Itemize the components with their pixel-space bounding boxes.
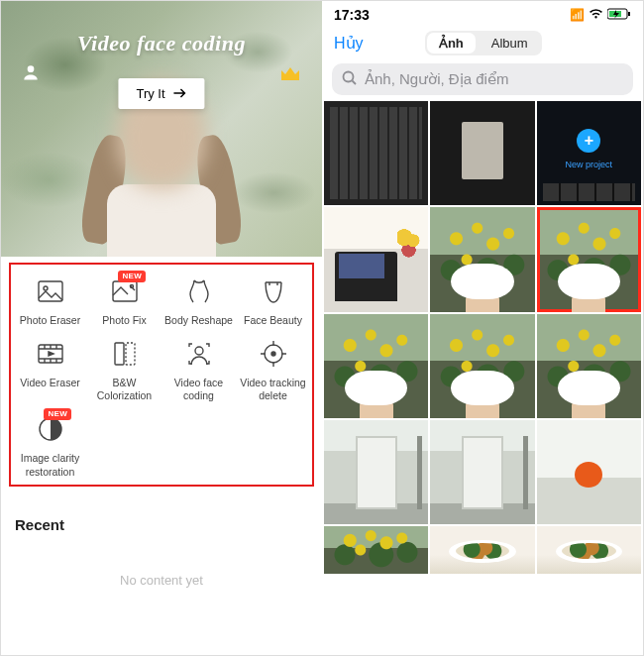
svg-rect-7	[126, 343, 135, 365]
status-time: 17:33	[334, 7, 370, 23]
plus-icon: +	[577, 129, 600, 153]
tool-photo-eraser[interactable]: Photo Eraser	[13, 274, 87, 327]
photo-thumb[interactable]	[324, 420, 428, 524]
svg-point-4	[130, 285, 133, 288]
photo-thumb[interactable]	[430, 101, 534, 205]
video-face-coding-icon	[182, 337, 216, 371]
photo-grid: + New project	[322, 101, 643, 655]
tool-video-tracking-delete[interactable]: Video tracking delete	[236, 337, 310, 402]
svg-point-2	[44, 286, 48, 290]
svg-point-10	[271, 352, 275, 356]
face-beauty-icon	[257, 274, 290, 308]
tool-label: Body Reshape	[164, 314, 233, 327]
search-icon	[342, 70, 357, 88]
hero-title: Video face coding	[1, 31, 322, 56]
cancel-button[interactable]: Hủy	[334, 34, 364, 53]
photo-thumb[interactable]	[324, 101, 428, 205]
svg-point-8	[195, 347, 203, 355]
svg-rect-6	[115, 343, 124, 365]
status-bar: 17:33 📶	[322, 1, 643, 25]
search-field[interactable]: Ảnh, Người, Địa điểm	[332, 63, 633, 95]
new-badge: NEW	[118, 271, 146, 282]
tab-photos[interactable]: Ảnh	[427, 33, 476, 54]
editor-app-screen: Video face coding Try It Photo Eraser	[1, 1, 322, 655]
svg-rect-1	[39, 281, 62, 301]
photo-thumb[interactable]	[537, 526, 641, 574]
photo-thumb[interactable]	[430, 314, 534, 418]
tool-bw-colorization[interactable]: B&W Colorization	[87, 337, 161, 402]
photo-thumb[interactable]	[537, 420, 641, 524]
tools-grid: Photo Eraser NEW Photo Fix Body Reshape …	[9, 263, 314, 487]
svg-point-0	[28, 65, 35, 72]
tool-image-clarity[interactable]: NEW Image clarity restoration	[13, 412, 87, 478]
try-it-button[interactable]: Try It	[118, 78, 204, 109]
tool-label: B&W Colorization	[87, 377, 161, 402]
photo-picker-screen: 17:33 📶 Hủy Ảnh Album Ảnh, Người, Địa đi…	[322, 1, 643, 655]
tab-albums[interactable]: Album	[478, 31, 542, 55]
photo-thumb[interactable]	[324, 314, 428, 418]
tool-body-reshape[interactable]: Body Reshape	[161, 274, 236, 327]
wifi-icon	[589, 8, 603, 23]
user-icon[interactable]	[21, 62, 41, 86]
photo-eraser-icon	[34, 274, 67, 308]
photo-thumb[interactable]	[430, 526, 534, 574]
new-project-label: New project	[537, 160, 641, 169]
arrow-right-icon	[173, 86, 187, 101]
search-placeholder: Ảnh, Người, Địa điểm	[365, 70, 508, 88]
picker-nav: Hủy Ảnh Album	[322, 25, 643, 63]
try-it-label: Try It	[136, 86, 164, 101]
signal-icon: 📶	[570, 8, 585, 22]
status-icons: 📶	[570, 8, 631, 23]
tool-label: Video Eraser	[20, 377, 80, 389]
no-content-text: No content yet	[1, 573, 322, 588]
tool-label: Video tracking delete	[236, 377, 310, 402]
segmented-control[interactable]: Ảnh Album	[425, 31, 542, 55]
photo-thumb[interactable]	[537, 314, 641, 418]
video-tracking-icon	[257, 337, 290, 371]
photo-thumb[interactable]	[430, 420, 534, 524]
tool-video-eraser[interactable]: Video Eraser	[13, 337, 87, 402]
hero-banner: Video face coding Try It	[1, 1, 322, 257]
tool-face-beauty[interactable]: Face Beauty	[236, 274, 310, 327]
crown-icon[interactable]	[278, 62, 302, 92]
tool-label: Face Beauty	[244, 314, 302, 327]
svg-rect-14	[628, 12, 630, 16]
body-reshape-icon	[182, 274, 216, 308]
bw-colorization-icon	[108, 337, 142, 371]
tool-label: Image clarity restoration	[13, 452, 87, 478]
photo-thumb[interactable]	[324, 526, 428, 574]
recent-heading: Recent	[1, 494, 322, 533]
photo-thumb[interactable]	[430, 207, 534, 311]
tool-label: Photo Fix	[102, 314, 146, 327]
photo-thumb[interactable]	[324, 207, 428, 311]
photo-thumb[interactable]: + New project	[537, 101, 641, 205]
photo-thumb-selected[interactable]	[537, 207, 641, 311]
tool-photo-fix[interactable]: NEW Photo Fix	[87, 274, 161, 327]
tool-video-face-coding[interactable]: Video face coding	[161, 337, 236, 402]
video-eraser-icon	[34, 337, 67, 371]
battery-icon	[607, 8, 631, 23]
new-badge: NEW	[44, 408, 71, 420]
svg-point-15	[344, 72, 354, 82]
tool-label: Video face coding	[161, 377, 236, 402]
tool-label: Photo Eraser	[20, 314, 80, 327]
